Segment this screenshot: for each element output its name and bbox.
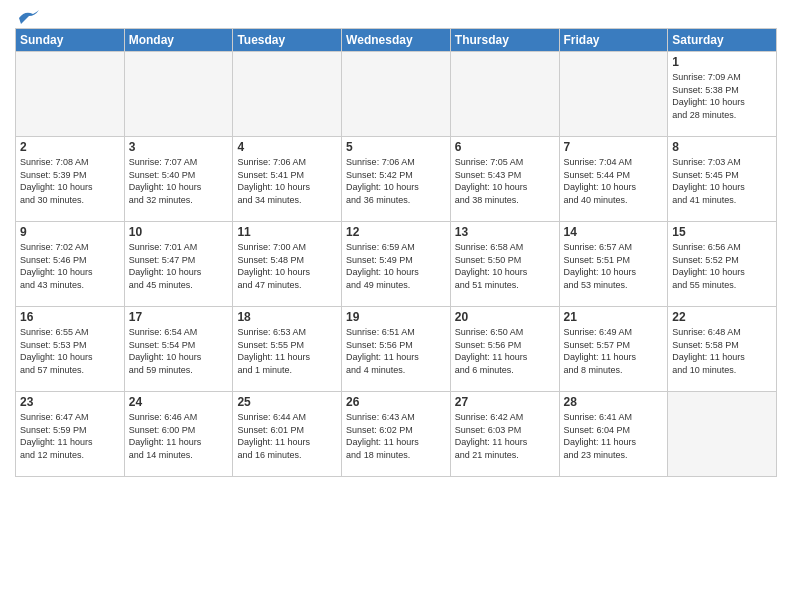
- day-info: Sunrise: 6:44 AM Sunset: 6:01 PM Dayligh…: [237, 411, 337, 461]
- day-number: 12: [346, 225, 446, 239]
- day-info: Sunrise: 6:46 AM Sunset: 6:00 PM Dayligh…: [129, 411, 229, 461]
- page-container: Sunday Monday Tuesday Wednesday Thursday…: [0, 0, 792, 612]
- day-info: Sunrise: 6:47 AM Sunset: 5:59 PM Dayligh…: [20, 411, 120, 461]
- day-info: Sunrise: 6:48 AM Sunset: 5:58 PM Dayligh…: [672, 326, 772, 376]
- day-number: 18: [237, 310, 337, 324]
- day-number: 24: [129, 395, 229, 409]
- day-info: Sunrise: 7:06 AM Sunset: 5:41 PM Dayligh…: [237, 156, 337, 206]
- day-cell: 21Sunrise: 6:49 AM Sunset: 5:57 PM Dayli…: [559, 307, 668, 392]
- day-cell: 9Sunrise: 7:02 AM Sunset: 5:46 PM Daylig…: [16, 222, 125, 307]
- day-cell: [450, 52, 559, 137]
- day-cell: 20Sunrise: 6:50 AM Sunset: 5:56 PM Dayli…: [450, 307, 559, 392]
- day-cell: 19Sunrise: 6:51 AM Sunset: 5:56 PM Dayli…: [342, 307, 451, 392]
- day-cell: 11Sunrise: 7:00 AM Sunset: 5:48 PM Dayli…: [233, 222, 342, 307]
- day-info: Sunrise: 6:42 AM Sunset: 6:03 PM Dayligh…: [455, 411, 555, 461]
- day-cell: 8Sunrise: 7:03 AM Sunset: 5:45 PM Daylig…: [668, 137, 777, 222]
- day-cell: [668, 392, 777, 477]
- day-info: Sunrise: 7:05 AM Sunset: 5:43 PM Dayligh…: [455, 156, 555, 206]
- week-row-2: 2Sunrise: 7:08 AM Sunset: 5:39 PM Daylig…: [16, 137, 777, 222]
- week-row-4: 16Sunrise: 6:55 AM Sunset: 5:53 PM Dayli…: [16, 307, 777, 392]
- day-cell: 14Sunrise: 6:57 AM Sunset: 5:51 PM Dayli…: [559, 222, 668, 307]
- day-cell: 3Sunrise: 7:07 AM Sunset: 5:40 PM Daylig…: [124, 137, 233, 222]
- day-number: 26: [346, 395, 446, 409]
- day-cell: 28Sunrise: 6:41 AM Sunset: 6:04 PM Dayli…: [559, 392, 668, 477]
- day-cell: 13Sunrise: 6:58 AM Sunset: 5:50 PM Dayli…: [450, 222, 559, 307]
- day-number: 2: [20, 140, 120, 154]
- header-row: Sunday Monday Tuesday Wednesday Thursday…: [16, 29, 777, 52]
- day-number: 5: [346, 140, 446, 154]
- day-cell: 2Sunrise: 7:08 AM Sunset: 5:39 PM Daylig…: [16, 137, 125, 222]
- day-cell: 23Sunrise: 6:47 AM Sunset: 5:59 PM Dayli…: [16, 392, 125, 477]
- day-number: 8: [672, 140, 772, 154]
- day-cell: [342, 52, 451, 137]
- logo: [15, 10, 39, 22]
- day-info: Sunrise: 6:56 AM Sunset: 5:52 PM Dayligh…: [672, 241, 772, 291]
- day-cell: 18Sunrise: 6:53 AM Sunset: 5:55 PM Dayli…: [233, 307, 342, 392]
- day-cell: 25Sunrise: 6:44 AM Sunset: 6:01 PM Dayli…: [233, 392, 342, 477]
- day-number: 13: [455, 225, 555, 239]
- day-number: 9: [20, 225, 120, 239]
- day-info: Sunrise: 7:08 AM Sunset: 5:39 PM Dayligh…: [20, 156, 120, 206]
- day-cell: 15Sunrise: 6:56 AM Sunset: 5:52 PM Dayli…: [668, 222, 777, 307]
- day-number: 14: [564, 225, 664, 239]
- col-monday: Monday: [124, 29, 233, 52]
- day-info: Sunrise: 7:04 AM Sunset: 5:44 PM Dayligh…: [564, 156, 664, 206]
- day-info: Sunrise: 6:41 AM Sunset: 6:04 PM Dayligh…: [564, 411, 664, 461]
- day-info: Sunrise: 6:57 AM Sunset: 5:51 PM Dayligh…: [564, 241, 664, 291]
- day-info: Sunrise: 6:55 AM Sunset: 5:53 PM Dayligh…: [20, 326, 120, 376]
- day-info: Sunrise: 6:53 AM Sunset: 5:55 PM Dayligh…: [237, 326, 337, 376]
- week-row-5: 23Sunrise: 6:47 AM Sunset: 5:59 PM Dayli…: [16, 392, 777, 477]
- day-info: Sunrise: 7:06 AM Sunset: 5:42 PM Dayligh…: [346, 156, 446, 206]
- col-wednesday: Wednesday: [342, 29, 451, 52]
- day-cell: 1Sunrise: 7:09 AM Sunset: 5:38 PM Daylig…: [668, 52, 777, 137]
- day-cell: 4Sunrise: 7:06 AM Sunset: 5:41 PM Daylig…: [233, 137, 342, 222]
- day-cell: [16, 52, 125, 137]
- day-number: 27: [455, 395, 555, 409]
- day-number: 28: [564, 395, 664, 409]
- header: [15, 10, 777, 22]
- day-cell: 24Sunrise: 6:46 AM Sunset: 6:00 PM Dayli…: [124, 392, 233, 477]
- day-cell: 16Sunrise: 6:55 AM Sunset: 5:53 PM Dayli…: [16, 307, 125, 392]
- week-row-1: 1Sunrise: 7:09 AM Sunset: 5:38 PM Daylig…: [16, 52, 777, 137]
- day-number: 16: [20, 310, 120, 324]
- week-row-3: 9Sunrise: 7:02 AM Sunset: 5:46 PM Daylig…: [16, 222, 777, 307]
- day-cell: 6Sunrise: 7:05 AM Sunset: 5:43 PM Daylig…: [450, 137, 559, 222]
- col-saturday: Saturday: [668, 29, 777, 52]
- day-info: Sunrise: 6:54 AM Sunset: 5:54 PM Dayligh…: [129, 326, 229, 376]
- day-cell: [233, 52, 342, 137]
- day-number: 25: [237, 395, 337, 409]
- day-cell: 22Sunrise: 6:48 AM Sunset: 5:58 PM Dayli…: [668, 307, 777, 392]
- day-number: 1: [672, 55, 772, 69]
- day-number: 11: [237, 225, 337, 239]
- day-info: Sunrise: 7:07 AM Sunset: 5:40 PM Dayligh…: [129, 156, 229, 206]
- day-info: Sunrise: 7:03 AM Sunset: 5:45 PM Dayligh…: [672, 156, 772, 206]
- day-info: Sunrise: 6:43 AM Sunset: 6:02 PM Dayligh…: [346, 411, 446, 461]
- col-sunday: Sunday: [16, 29, 125, 52]
- col-tuesday: Tuesday: [233, 29, 342, 52]
- day-number: 21: [564, 310, 664, 324]
- col-friday: Friday: [559, 29, 668, 52]
- day-info: Sunrise: 6:59 AM Sunset: 5:49 PM Dayligh…: [346, 241, 446, 291]
- day-number: 20: [455, 310, 555, 324]
- day-number: 4: [237, 140, 337, 154]
- day-cell: 10Sunrise: 7:01 AM Sunset: 5:47 PM Dayli…: [124, 222, 233, 307]
- day-info: Sunrise: 6:50 AM Sunset: 5:56 PM Dayligh…: [455, 326, 555, 376]
- day-number: 19: [346, 310, 446, 324]
- day-info: Sunrise: 7:01 AM Sunset: 5:47 PM Dayligh…: [129, 241, 229, 291]
- day-cell: 12Sunrise: 6:59 AM Sunset: 5:49 PM Dayli…: [342, 222, 451, 307]
- day-number: 22: [672, 310, 772, 324]
- day-cell: 26Sunrise: 6:43 AM Sunset: 6:02 PM Dayli…: [342, 392, 451, 477]
- day-cell: 27Sunrise: 6:42 AM Sunset: 6:03 PM Dayli…: [450, 392, 559, 477]
- day-cell: 5Sunrise: 7:06 AM Sunset: 5:42 PM Daylig…: [342, 137, 451, 222]
- day-number: 6: [455, 140, 555, 154]
- day-info: Sunrise: 6:49 AM Sunset: 5:57 PM Dayligh…: [564, 326, 664, 376]
- day-cell: 7Sunrise: 7:04 AM Sunset: 5:44 PM Daylig…: [559, 137, 668, 222]
- day-info: Sunrise: 6:58 AM Sunset: 5:50 PM Dayligh…: [455, 241, 555, 291]
- day-number: 10: [129, 225, 229, 239]
- day-info: Sunrise: 6:51 AM Sunset: 5:56 PM Dayligh…: [346, 326, 446, 376]
- day-info: Sunrise: 7:09 AM Sunset: 5:38 PM Dayligh…: [672, 71, 772, 121]
- day-info: Sunrise: 7:00 AM Sunset: 5:48 PM Dayligh…: [237, 241, 337, 291]
- day-cell: [124, 52, 233, 137]
- col-thursday: Thursday: [450, 29, 559, 52]
- calendar-table: Sunday Monday Tuesday Wednesday Thursday…: [15, 28, 777, 477]
